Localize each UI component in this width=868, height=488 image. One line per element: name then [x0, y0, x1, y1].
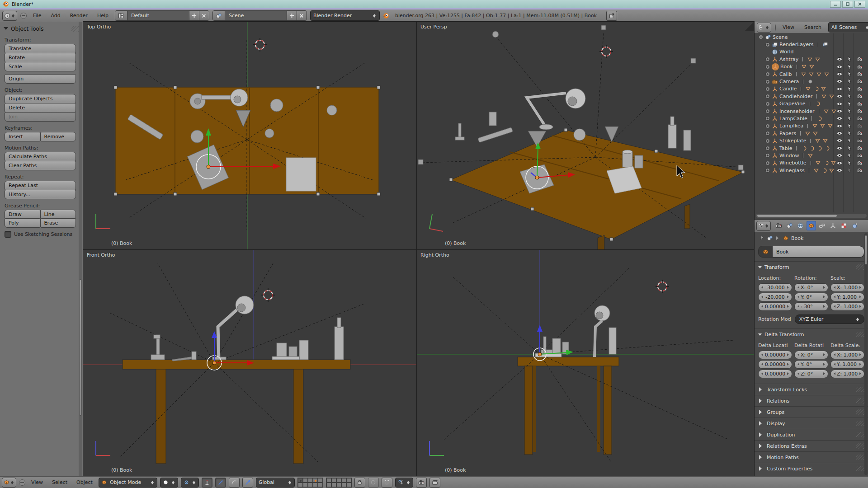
renderable-camera-icon[interactable] — [857, 115, 863, 122]
outliner-item-calib[interactable]: Calib — [755, 70, 868, 78]
collapse-menus-icon[interactable] — [20, 13, 27, 19]
layer-cell[interactable] — [318, 483, 323, 487]
maximize-button[interactable] — [842, 1, 853, 8]
proportional-edit-button[interactable] — [368, 478, 379, 488]
lock-to-scene-button[interactable] — [354, 478, 365, 488]
scale-x-field[interactable]: X: 1.000 — [830, 283, 864, 292]
layer-cell[interactable] — [308, 483, 313, 487]
delta-location-x-field[interactable]: 0.00000 — [758, 351, 792, 359]
tab-object-data[interactable] — [828, 221, 838, 230]
layers-grid-b[interactable] — [326, 478, 352, 488]
screen-layout-name[interactable]: Default — [127, 11, 189, 20]
visibility-eye-icon[interactable] — [836, 71, 843, 77]
panel-drag-hatch[interactable] — [856, 432, 864, 437]
outliner-item-papers[interactable]: Papers — [755, 130, 868, 137]
add-layout-button[interactable] — [189, 11, 199, 20]
rotation-y-field[interactable]: Y: 0° — [794, 293, 828, 301]
view3d-collapse-menus-icon[interactable] — [19, 479, 25, 486]
scale-y-field[interactable]: Y: 1.000 — [830, 293, 864, 301]
outliner-item-grapevine[interactable]: GrapeVine — [755, 100, 868, 108]
delta-scale-z-field[interactable]: Z: 1.000 — [830, 370, 864, 378]
renderable-camera-icon[interactable] — [857, 93, 863, 99]
opengl-render-button[interactable] — [416, 478, 427, 488]
rotate-button[interactable]: Rotate — [5, 53, 76, 62]
selectable-cursor-icon[interactable] — [846, 123, 853, 129]
panel-drag-hatch[interactable] — [856, 443, 864, 449]
outliner-item-lampcable[interactable]: LampCable — [755, 115, 868, 122]
visibility-eye-icon[interactable] — [836, 130, 843, 136]
tab-scene[interactable] — [785, 221, 794, 230]
delta-scale-x-field[interactable]: X: 1.000 — [830, 351, 864, 359]
object-name-field[interactable]: Book — [758, 246, 864, 258]
manipulator-toggle-button[interactable] — [202, 478, 212, 488]
panel-transform-locks[interactable]: Transform Locks — [755, 384, 868, 395]
delete-layout-button[interactable] — [199, 11, 209, 20]
selectable-cursor-icon[interactable] — [846, 64, 853, 70]
renderable-camera-icon[interactable] — [857, 137, 863, 144]
visibility-eye-icon[interactable] — [836, 123, 843, 129]
menu-help[interactable]: Help — [94, 13, 112, 19]
new-window-button[interactable] — [606, 11, 617, 21]
panel-relations-extras[interactable]: Relations Extras — [755, 440, 868, 451]
panel-relations[interactable]: Relations — [755, 395, 868, 406]
mode-dropdown[interactable]: Object Mode — [99, 478, 157, 488]
view3d-menu-view[interactable]: View — [28, 479, 46, 485]
selectable-cursor-icon[interactable] — [846, 101, 853, 107]
panel-drag-hatch[interactable] — [856, 466, 864, 471]
selectable-cursor-icon[interactable] — [846, 115, 853, 122]
renderable-camera-icon[interactable] — [857, 108, 863, 114]
visibility-eye-icon[interactable] — [836, 137, 843, 144]
pivot-point-dropdown[interactable] — [181, 478, 199, 488]
layer-cell[interactable] — [331, 483, 336, 487]
layer-cell[interactable] — [313, 483, 318, 487]
transform-panel-header[interactable]: Transform — [755, 261, 868, 272]
panel-drag-hatch[interactable] — [856, 387, 864, 392]
visibility-eye-icon[interactable] — [836, 64, 843, 70]
location-x-field[interactable]: -30.000 — [758, 283, 792, 292]
selectable-cursor-icon[interactable] — [846, 145, 853, 151]
selectable-cursor-icon[interactable] — [846, 86, 853, 92]
viewport-persp[interactable]: User Persp (0) Book — [417, 22, 754, 250]
snap-toggle-button[interactable] — [382, 478, 392, 488]
manipulator-scale-button[interactable] — [242, 478, 253, 488]
gp-draw-button[interactable]: Draw — [5, 210, 41, 219]
visibility-eye-icon[interactable] — [836, 115, 843, 122]
scale-z-field[interactable]: Z: 1.000 — [830, 302, 864, 311]
layer-cell[interactable] — [336, 478, 341, 483]
delete-button[interactable]: Delete — [5, 103, 76, 113]
visibility-eye-icon[interactable] — [836, 152, 843, 159]
render-engine-dropdown[interactable]: Blender Render — [310, 10, 380, 21]
panel-motion-paths[interactable]: Motion Paths — [755, 451, 868, 463]
layer-cell[interactable] — [298, 483, 303, 487]
outliner-item-winebottle[interactable]: Winebottle — [755, 160, 868, 167]
selectable-cursor-icon[interactable] — [846, 137, 853, 144]
view3d-menu-select[interactable]: Select — [49, 479, 71, 485]
manipulator-translate-button[interactable] — [215, 478, 226, 488]
object-name-value[interactable]: Book — [772, 246, 864, 257]
delta-rotation-x-field[interactable]: X: 0° — [794, 351, 828, 359]
menu-add[interactable]: Add — [47, 13, 63, 19]
panel-display[interactable]: Display — [755, 418, 868, 429]
panel-drag-hatch[interactable] — [856, 398, 864, 404]
outliner-item-table[interactable]: Table — [755, 145, 868, 152]
selectable-cursor-icon[interactable] — [846, 130, 853, 136]
object-tools-panel-header[interactable]: Object Tools — [0, 22, 83, 33]
outliner-item-window[interactable]: Window — [755, 152, 868, 159]
menu-file[interactable]: File — [30, 13, 44, 19]
transform-orientation-dropdown[interactable]: Global — [256, 478, 295, 488]
renderable-camera-icon[interactable] — [857, 86, 863, 92]
visibility-eye-icon[interactable] — [836, 160, 843, 166]
layer-cell[interactable] — [313, 478, 318, 483]
outliner-item-candleholder[interactable]: Candleholder — [755, 93, 868, 100]
outliner-item-camera[interactable]: Camera — [755, 78, 868, 85]
pin-icon[interactable] — [758, 235, 764, 241]
outliner-item-book[interactable]: Book — [755, 63, 868, 70]
outliner-item-wineglass[interactable]: Wineglass — [755, 167, 868, 174]
panel-drag-hatch[interactable] — [856, 455, 864, 460]
manipulator-rotate-button[interactable] — [229, 478, 240, 488]
selectable-cursor-icon[interactable] — [846, 160, 853, 166]
selectable-cursor-icon[interactable] — [846, 71, 853, 77]
visibility-eye-icon[interactable] — [836, 86, 843, 92]
duplicate-objects-button[interactable]: Duplicate Objects — [5, 94, 76, 103]
outliner-menu-search[interactable]: Search — [801, 24, 825, 30]
